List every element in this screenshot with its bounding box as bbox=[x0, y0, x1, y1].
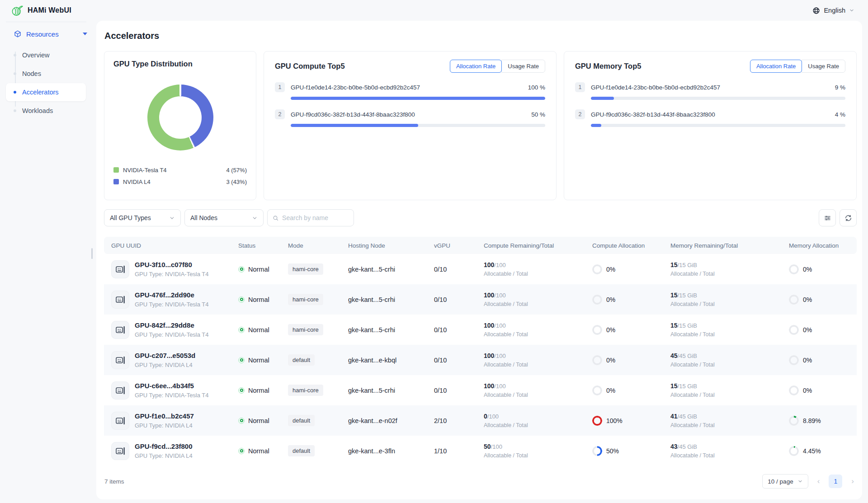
sidebar-item-nodes[interactable]: Nodes bbox=[6, 65, 86, 83]
gpu-type-filter-select[interactable]: All GPU Types bbox=[104, 209, 181, 226]
sidebar: Resources Overview Nodes Accelerators Wo… bbox=[0, 21, 96, 503]
gpu-uuid-link[interactable]: GPU-c207...e5053d bbox=[135, 352, 195, 359]
status-dot-icon bbox=[238, 448, 245, 454]
sidebar-section-resources[interactable]: Resources bbox=[0, 22, 96, 42]
column-header: Mode bbox=[288, 242, 348, 249]
gpu-card-icon bbox=[115, 385, 126, 396]
status-dot-icon bbox=[238, 418, 245, 424]
table-row[interactable]: GPU-842f...29dd8e GPU Type: NVIDIA-Tesla… bbox=[104, 315, 857, 345]
tree-dot-icon bbox=[14, 91, 16, 94]
table-row[interactable]: GPU-c6ee...4b34f5 GPU Type: NVIDIA-Tesla… bbox=[104, 375, 857, 405]
compute-remaining: 100 bbox=[484, 322, 494, 329]
compute-rate-toggle: Allocation RateUsage Rate bbox=[450, 60, 545, 73]
gpu-type-label: GPU Type: NVIDIA-Tesla T4 bbox=[135, 392, 209, 399]
tree-dot-icon bbox=[14, 72, 16, 75]
gpu-tile bbox=[111, 381, 129, 400]
gpu-tile bbox=[111, 321, 129, 339]
legend-row: NVIDIA L4 3 (43%) bbox=[113, 176, 247, 188]
rank-badge: 2 bbox=[575, 109, 585, 119]
gpu-card-icon bbox=[115, 415, 126, 426]
column-settings-button[interactable] bbox=[819, 209, 836, 226]
compute-remaining: 0 bbox=[484, 413, 487, 420]
table-row[interactable]: GPU-3f10...c07f80 GPU Type: NVIDIA-Tesla… bbox=[104, 254, 857, 284]
rank-badge: 2 bbox=[275, 109, 285, 119]
search-input[interactable] bbox=[282, 214, 349, 221]
table-row[interactable]: GPU-f1e0...b2c457 GPU Type: NVIDIA L4 No… bbox=[104, 405, 857, 436]
top5-item: 1 GPU-f1e0de14-23bc-b0be-5b0d-ecbd92b2c4… bbox=[275, 82, 545, 100]
memory-allocation-ring bbox=[789, 264, 799, 274]
memory-remaining: 15 bbox=[670, 291, 678, 299]
rank-badge: 1 bbox=[575, 82, 585, 92]
compute-allocation-value: 0% bbox=[606, 296, 615, 303]
donut-legend: NVIDIA-Tesla T4 4 (57%) NVIDIA L4 3 (43%… bbox=[113, 164, 247, 188]
toggle-allocation-rate[interactable]: Allocation Rate bbox=[750, 60, 802, 73]
status-text: Normal bbox=[248, 266, 269, 273]
sidebar-item-workloads[interactable]: Workloads bbox=[6, 102, 86, 120]
node-filter-select[interactable]: All Nodes bbox=[184, 209, 264, 226]
progress-bar-fill bbox=[291, 124, 418, 127]
node-filter-value: All Nodes bbox=[190, 214, 217, 221]
compute-remaining: 100 bbox=[484, 291, 494, 299]
progress-bar-track bbox=[291, 124, 545, 127]
compute-total: /100 bbox=[494, 262, 505, 268]
sidebar-tree: Overview Nodes Accelerators Workloads bbox=[0, 46, 96, 120]
compute-total: /100 bbox=[487, 413, 499, 420]
sidebar-section-label: Resources bbox=[26, 30, 59, 38]
legend-label: NVIDIA L4 bbox=[123, 179, 151, 185]
page-size-select[interactable]: 10 / page bbox=[762, 474, 808, 489]
compute-allocation-value: 0% bbox=[606, 387, 615, 394]
hosting-node: gke-kant...5-crhi bbox=[348, 387, 434, 394]
items-count: 7 items bbox=[104, 478, 124, 485]
toggle-usage-rate[interactable]: Usage Rate bbox=[501, 60, 545, 73]
memory-total: /15 GiB bbox=[678, 262, 697, 268]
globe-icon bbox=[812, 7, 820, 14]
gpu-uuid-link[interactable]: GPU-476f...2dd90e bbox=[135, 291, 209, 299]
chevron-down-icon bbox=[797, 479, 803, 484]
gpu-uuid-link[interactable]: GPU-842f...29dd8e bbox=[135, 321, 209, 329]
allocatable-total-label: Allocatable / Total bbox=[670, 331, 789, 338]
gpu-card-icon bbox=[115, 355, 126, 366]
compute-allocation-value: 100% bbox=[606, 417, 623, 424]
compute-top5-list: 1 GPU-f1e0de14-23bc-b0be-5b0d-ecbd92b2c4… bbox=[275, 82, 545, 127]
hosting-node: gke-kant...5-crhi bbox=[348, 326, 434, 334]
toggle-usage-rate[interactable]: Usage Rate bbox=[802, 60, 845, 73]
table-row[interactable]: GPU-476f...2dd90e GPU Type: NVIDIA-Tesla… bbox=[104, 284, 857, 315]
gpu-uuid-link[interactable]: GPU-f1e0...b2c457 bbox=[135, 412, 194, 420]
column-settings-icon bbox=[824, 214, 831, 222]
refresh-icon bbox=[844, 214, 852, 222]
refresh-button[interactable] bbox=[840, 209, 857, 226]
top5-item: 1 GPU-f1e0de14-23bc-b0be-5b0d-ecbd92b2c4… bbox=[575, 82, 845, 100]
compute-remaining: 100 bbox=[484, 261, 494, 268]
language-selector[interactable]: English bbox=[812, 7, 854, 14]
sidebar-resize-handle[interactable] bbox=[91, 248, 93, 259]
memory-card-title: GPU Memory Top5 bbox=[575, 62, 641, 71]
compute-allocation-value: 0% bbox=[606, 326, 615, 334]
next-page-button[interactable]: › bbox=[849, 477, 857, 486]
gpu-tile bbox=[111, 291, 129, 309]
allocatable-total-label: Allocatable / Total bbox=[484, 392, 592, 398]
gpu-name: GPU-f1e0de14-23bc-b0be-5b0d-ecbd92b2c457 bbox=[591, 84, 720, 91]
allocatable-total-label: Allocatable / Total bbox=[670, 301, 789, 307]
compute-allocation-ring bbox=[592, 416, 602, 426]
top-bar: HAMi WebUI English bbox=[0, 0, 868, 21]
hami-logo-icon bbox=[11, 5, 23, 17]
memory-allocation-ring bbox=[789, 416, 799, 426]
sidebar-item-accelerators[interactable]: Accelerators bbox=[6, 83, 86, 101]
memory-allocation-ring bbox=[789, 295, 799, 305]
section-collapse-caret-icon[interactable] bbox=[83, 33, 87, 35]
column-header: Compute Allocation bbox=[592, 242, 670, 249]
toggle-allocation-rate[interactable]: Allocation Rate bbox=[450, 60, 502, 73]
table-row[interactable]: GPU-c207...e5053d GPU Type: NVIDIA L4 No… bbox=[104, 345, 857, 375]
gpu-table: GPU UUIDStatusModeHosting NodevGPUComput… bbox=[104, 237, 857, 466]
rate-value: 100 % bbox=[528, 84, 545, 91]
sidebar-item-overview[interactable]: Overview bbox=[6, 46, 86, 64]
gpu-uuid-link[interactable]: GPU-3f10...c07f80 bbox=[135, 261, 209, 268]
allocatable-total-label: Allocatable / Total bbox=[484, 331, 592, 338]
table-row[interactable]: GPU-f9cd...23f800 GPU Type: NVIDIA L4 No… bbox=[104, 436, 857, 466]
vgpu-value: 0/10 bbox=[434, 357, 484, 364]
current-page-button[interactable]: 1 bbox=[829, 475, 842, 488]
gpu-uuid-link[interactable]: GPU-c6ee...4b34f5 bbox=[135, 382, 209, 390]
gpu-uuid-link[interactable]: GPU-f9cd...23f800 bbox=[135, 442, 193, 450]
compute-allocation-ring bbox=[592, 264, 602, 274]
prev-page-button[interactable]: ‹ bbox=[815, 477, 823, 486]
